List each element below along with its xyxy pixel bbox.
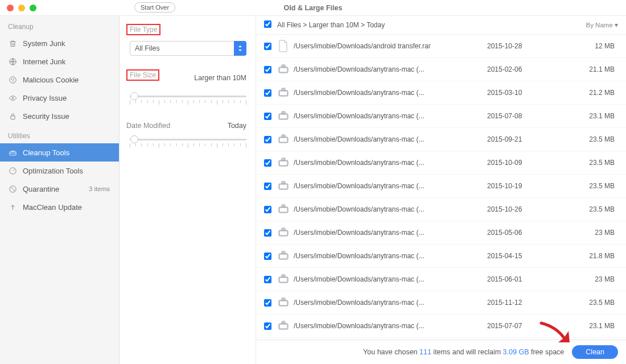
file-row[interactable]: /Users/imobie/Downloads/anytrans-mac (..…	[256, 198, 626, 221]
dropdown-arrow-icon	[234, 41, 246, 56]
sidebar-item-malicious-cookie[interactable]: Malicious Cookie	[0, 71, 119, 89]
file-size: 21.2 MB	[561, 89, 618, 97]
row-checkbox[interactable]	[264, 253, 271, 260]
footer-size: 3.09 GB	[503, 348, 529, 356]
row-checkbox[interactable]	[264, 299, 271, 307]
breadcrumb: All Files > Larger than 10M > Today	[277, 21, 586, 29]
file-date: 2015-03-10	[487, 89, 561, 97]
disk-image-icon	[277, 273, 290, 286]
file-size: 23.5 MB	[561, 205, 618, 213]
minimize-window-icon[interactable]	[18, 5, 25, 11]
file-size: 23.1 MB	[561, 322, 618, 330]
sidebar-item-quarantine[interactable]: Quarantine 3 items	[0, 180, 119, 198]
clean-button[interactable]: Clean	[572, 345, 618, 359]
file-size: 23.5 MB	[561, 135, 618, 143]
trash-icon	[8, 39, 17, 48]
sidebar-item-privacy-issue[interactable]: Privacy Issue	[0, 89, 119, 107]
lock-icon	[8, 111, 17, 121]
sidebar-item-internet-junk[interactable]: Internet Junk	[0, 52, 119, 71]
row-checkbox[interactable]	[264, 322, 271, 330]
disk-image-icon	[277, 320, 290, 332]
disk-image-icon	[277, 226, 290, 239]
file-path: /Users/imobie/Downloads/anytrans-mac (..…	[294, 89, 487, 97]
svg-point-1	[9, 76, 15, 82]
row-checkbox[interactable]	[264, 43, 271, 50]
file-path: /Users/imobie/Downloads/anytrans-mac (..…	[294, 299, 487, 307]
file-row[interactable]: /Users/imobie/Downloads/anytrans-mac (..…	[256, 105, 626, 128]
svg-rect-18	[282, 111, 285, 114]
zoom-window-icon[interactable]	[30, 5, 36, 11]
file-size: 12 MB	[561, 42, 618, 50]
row-checkbox[interactable]	[264, 113, 271, 120]
document-icon	[277, 40, 290, 52]
disk-image-icon	[277, 180, 290, 192]
filter-panel: File Type All Files File Size Larger tha…	[120, 16, 256, 364]
svg-rect-32	[280, 231, 287, 235]
svg-point-3	[13, 78, 14, 79]
file-date: 2015-02-06	[487, 65, 561, 73]
file-date: 2015-11-12	[487, 299, 561, 307]
file-type-label: File Type	[126, 24, 160, 35]
sidebar-item-optimization-tools[interactable]: Optimization Tools	[0, 162, 119, 180]
file-date: 2015-06-01	[487, 275, 561, 283]
row-checkbox[interactable]	[264, 136, 271, 143]
close-window-icon[interactable]	[7, 5, 14, 11]
file-size-slider[interactable]	[130, 92, 246, 109]
svg-rect-36	[282, 251, 285, 254]
file-row[interactable]: /Users/imobie/Downloads/anytrans-mac (..…	[256, 268, 626, 291]
file-row[interactable]: /Users/imobie/Downloads/anytrans-mac (..…	[256, 245, 626, 268]
start-over-button[interactable]: Start Over	[134, 2, 175, 13]
svg-rect-6	[10, 115, 15, 119]
file-date: 2015-10-28	[487, 42, 561, 50]
sidebar-item-cleanup-tools[interactable]: Cleanup Tools	[0, 143, 119, 162]
sidebar-item-label: System Junk	[23, 39, 65, 48]
file-row[interactable]: /Users/imobie/Downloads/anytrans-mac (..…	[256, 175, 626, 198]
sidebar-item-label: Quarantine	[23, 185, 59, 193]
sort-dropdown[interactable]: By Name ▾	[586, 21, 619, 29]
date-slider[interactable]	[130, 135, 246, 152]
file-date: 2015-10-26	[487, 205, 561, 213]
svg-rect-39	[282, 275, 285, 277]
file-row[interactable]: /Users/imobie/Downloads/anytrans-mac (..…	[256, 291, 626, 315]
svg-rect-35	[280, 255, 287, 258]
svg-rect-29	[280, 208, 287, 212]
window-controls[interactable]	[7, 5, 36, 11]
row-checkbox[interactable]	[264, 89, 271, 97]
file-row[interactable]: /Users/imobie/Downloads/anytrans-mac (..…	[256, 315, 626, 338]
file-row[interactable]: /Users/imobie/Downloads/anytrans-mac (..…	[256, 58, 626, 81]
file-path: /Users/imobie/Downloads/anytrans-mac (..…	[294, 229, 487, 237]
file-size-label: File Size	[126, 69, 159, 81]
file-size: 23 MB	[561, 275, 618, 283]
disk-image-icon	[277, 86, 290, 99]
sidebar-item-update[interactable]: MacClean Update	[0, 198, 119, 216]
file-type-value: All Files	[130, 41, 246, 56]
file-path: /Users/imobie/Downloads/anytrans-mac (..…	[294, 275, 487, 283]
disk-image-icon	[277, 203, 290, 216]
sidebar-item-label: Optimization Tools	[23, 167, 83, 175]
file-path: /Users/imobie/Downloads/anytrans-mac (..…	[294, 135, 487, 143]
file-size: 21.8 MB	[561, 252, 618, 260]
select-all-checkbox[interactable]	[264, 20, 271, 28]
row-checkbox[interactable]	[264, 276, 271, 283]
file-row[interactable]: /Users/imobie/Downloads/anytrans-mac (..…	[256, 81, 626, 105]
file-row[interactable]: /Users/imobie/Downloads/anytrans-mac (..…	[256, 151, 626, 175]
svg-rect-44	[280, 325, 287, 328]
row-checkbox[interactable]	[264, 66, 271, 73]
file-path: /Users/imobie/Downloads/android transfer…	[294, 42, 487, 50]
svg-rect-17	[280, 115, 287, 118]
svg-rect-30	[282, 205, 285, 207]
svg-rect-38	[280, 278, 287, 282]
sidebar-item-system-junk[interactable]: System Junk	[0, 34, 119, 52]
file-row[interactable]: /Users/imobie/Downloads/anytrans-mac (..…	[256, 128, 626, 151]
svg-rect-21	[282, 135, 285, 137]
svg-rect-20	[280, 138, 287, 142]
row-checkbox[interactable]	[264, 206, 271, 213]
file-type-dropdown[interactable]: All Files	[130, 41, 246, 56]
row-checkbox[interactable]	[264, 229, 271, 237]
svg-rect-27	[282, 181, 285, 184]
file-row[interactable]: /Users/imobie/Downloads/android transfer…	[256, 35, 626, 58]
file-row[interactable]: /Users/imobie/Downloads/anytrans-mac (..…	[256, 221, 626, 245]
row-checkbox[interactable]	[264, 183, 271, 190]
sidebar-item-security-issue[interactable]: Security Issue	[0, 107, 119, 125]
row-checkbox[interactable]	[264, 159, 271, 167]
